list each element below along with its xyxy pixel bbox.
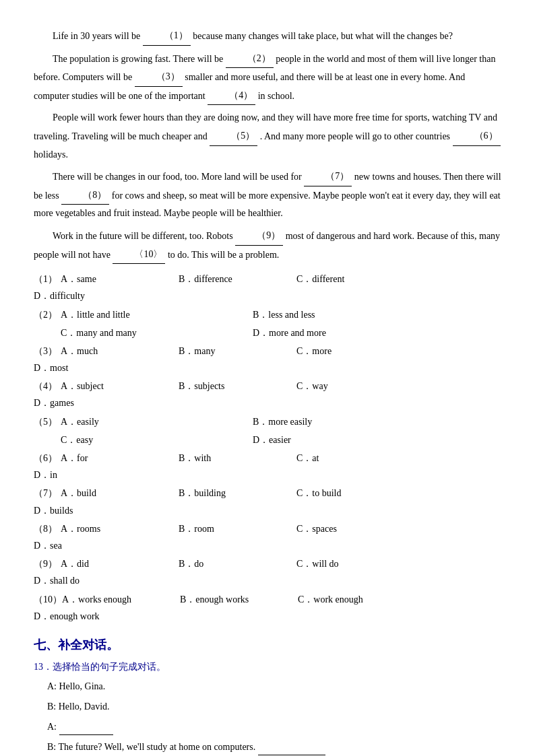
option-8d: D．sea <box>34 537 148 554</box>
option-row-3: （3） A．much B．many C．more D．most <box>34 343 501 376</box>
blank-6: （6） <box>453 127 501 146</box>
option-3a: A．much <box>61 343 175 359</box>
option-row-2ab: （2） A．little and little B．less and less <box>34 306 501 323</box>
option-6b: B．with <box>179 450 293 467</box>
option-10d: D．enough work <box>34 608 148 625</box>
p3-text-b: . And many more people will go to other … <box>260 131 450 141</box>
option-5b: B．more easily <box>253 413 414 430</box>
option-1c: C．different <box>296 271 411 287</box>
options-section: （1） A．same B．difference C．different D．di… <box>34 271 501 625</box>
dialog-a1: A: Hello, Gina. <box>47 678 501 695</box>
option-8a: A．rooms <box>61 520 175 537</box>
option-row-7: （7） A．build B．building C．to build D．buil… <box>34 485 501 518</box>
option-9c: C．will do <box>296 555 411 572</box>
option-row-10: （10） A．works enough B．enough works C．wor… <box>34 591 501 625</box>
option-num-5: （5） <box>34 413 61 430</box>
option-4c: C．way <box>296 378 411 394</box>
blank-8: （8） <box>61 186 109 205</box>
option-7d: D．builds <box>34 502 148 519</box>
passage-container: Life in 30 years will be （1） because man… <box>34 27 501 264</box>
option-row-4: （4） A．subject B．subjects C．way D．games <box>34 378 501 411</box>
option-9a: A．did <box>61 555 175 572</box>
option-2a: A．little and little <box>61 306 222 323</box>
p3-text-c: holidays. <box>34 149 68 160</box>
question-13-label: 13．选择恰当的句子完成对话。 <box>34 658 501 675</box>
p5-text-c: to do. This will be a problem. <box>168 250 279 260</box>
option-6d: D．in <box>34 467 148 483</box>
dialog-blank-a2 <box>59 718 113 735</box>
option-5c: C．easy <box>61 432 222 448</box>
option-2c: C．many and many <box>61 324 222 341</box>
p1-text-before: Life in 30 years will be <box>53 31 140 41</box>
option-row-9: （9） A．did B．do C．will do D．shall do <box>34 555 501 589</box>
passage-p2: The population is growing fast. There wi… <box>34 50 501 106</box>
dialog-a1-text: A: Hello, Gina. <box>47 681 105 691</box>
option-3b: B．many <box>179 343 293 359</box>
option-4b: B．subjects <box>179 378 293 394</box>
option-7c: C．to build <box>296 485 411 502</box>
option-row-8: （8） A．rooms B．room C．spaces D．sea <box>34 520 501 554</box>
p2-text-a: The population is growing fast. There wi… <box>53 54 223 64</box>
option-row-6: （6） A．for B．with C．at D．in <box>34 450 501 483</box>
option-10a: A．works enough <box>62 591 177 608</box>
option-num-2: （2） <box>34 306 61 323</box>
option-7b: B．building <box>179 485 293 502</box>
option-num-4: （4） <box>34 378 61 394</box>
option-3c: C．more <box>296 343 411 359</box>
dialog-b1: B: Hello, David. <box>47 698 501 715</box>
dialog-b1-text: B: Hello, David. <box>47 701 110 712</box>
option-8b: B．room <box>179 520 293 537</box>
p1-text-after: because many changes will take place, bu… <box>193 31 453 41</box>
option-num-9: （9） <box>34 555 61 572</box>
option-5a: A．easily <box>61 413 222 430</box>
option-num-10: （10） <box>34 591 62 608</box>
passage-p1: Life in 30 years will be （1） because man… <box>34 27 501 46</box>
option-9d: D．shall do <box>34 572 148 589</box>
option-10c: C．work enough <box>298 591 412 608</box>
option-10b: B．enough works <box>180 591 294 608</box>
option-2d: D．more and more <box>253 324 414 341</box>
passage-p3: People will work fewer hours than they a… <box>34 109 501 164</box>
dialog-b2: B: The future? Well, we'll study at home… <box>47 738 501 755</box>
dialog-a2-text: A: <box>47 722 57 732</box>
option-1a: A．same <box>61 271 175 287</box>
blank-9: （9） <box>235 227 283 246</box>
option-9b: B．do <box>179 555 293 572</box>
option-row-2cd: C．many and many D．more and more <box>34 324 501 341</box>
option-6c: C．at <box>296 450 411 467</box>
dialog-blank-b2 <box>258 738 325 755</box>
option-3d: D．most <box>34 359 148 376</box>
option-row-1: （1） A．same B．difference C．different D．di… <box>34 271 501 304</box>
option-num-1: （1） <box>34 271 61 287</box>
dialog-b2-text: B: The future? Well, we'll study at home… <box>47 742 255 752</box>
option-num-3: （3） <box>34 343 61 359</box>
blank-7: （7） <box>304 168 352 186</box>
blank-1: （1） <box>143 27 191 46</box>
option-4d: D．games <box>34 394 148 411</box>
p5-text-a: Work in the future will be different, to… <box>53 231 233 241</box>
option-row-5cd: C．easy D．easier <box>34 432 501 448</box>
option-2b: B．less and less <box>253 306 414 323</box>
blank-10: 〈10〉 <box>113 246 165 265</box>
blank-2: （2） <box>226 50 274 69</box>
option-num-6: （6） <box>34 450 61 467</box>
p2-text-d: in school. <box>258 91 294 101</box>
section-7-header: 七、补全对话。 <box>34 634 501 656</box>
option-1d: D．difficulty <box>34 287 148 304</box>
option-row-5ab: （5） A．easily B．more easily <box>34 413 501 430</box>
option-8c: C．spaces <box>296 520 411 537</box>
option-5d: D．easier <box>253 432 414 448</box>
option-num-8: （8） <box>34 520 61 537</box>
blank-4: （4） <box>208 87 255 106</box>
blank-3: （3） <box>135 68 183 87</box>
option-6a: A．for <box>61 450 175 467</box>
blank-5: （5） <box>210 127 257 146</box>
option-1b: B．difference <box>179 271 293 287</box>
option-4a: A．subject <box>61 378 175 394</box>
passage-p4: There will be changes in our food, too. … <box>34 168 501 223</box>
passage-p5: Work in the future will be different, to… <box>34 227 501 264</box>
option-7a: A．build <box>61 485 175 502</box>
p4-text-a: There will be changes in our food, too. … <box>53 172 302 182</box>
dialog-a2: A: <box>47 718 501 735</box>
option-num-7: （7） <box>34 485 61 502</box>
